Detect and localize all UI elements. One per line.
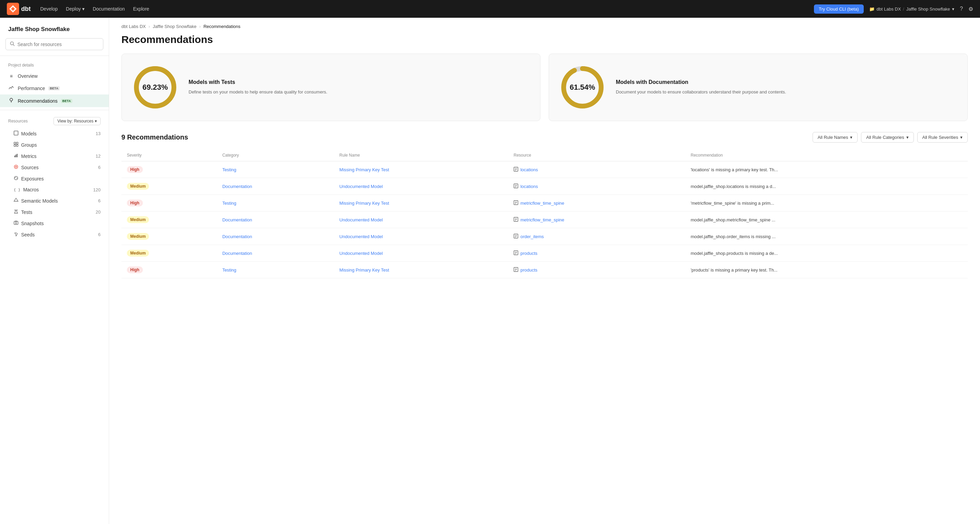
cell-severity-3: Medium [121,212,217,228]
rule-name-link-4[interactable]: Undocumented Model [339,234,383,239]
sidebar-item-overview[interactable]: ≡ Overview [0,70,109,82]
models-docs-donut: 61.54% [558,64,606,111]
search-icon [10,41,15,47]
resource-item-semantic-models[interactable]: Semantic Models 6 [0,195,109,206]
cell-rec-4: model.jaffle_shop.order_items is missing… [686,228,968,245]
resource-item-tests[interactable]: Tests 20 [0,206,109,218]
rule-name-link-6[interactable]: Missing Primary Key Test [339,268,389,272]
resource-link-3[interactable]: metricflow_time_spine [520,217,564,223]
category-link-4[interactable]: Documentation [222,234,252,239]
resource-item-macros[interactable]: { } Macros 120 [0,184,109,195]
category-link-6[interactable]: Testing [222,268,236,272]
severity-badge-2: High [127,199,143,206]
col-severity: Severity [121,150,217,161]
cell-rule-name-6: Missing Primary Key Test [334,262,508,279]
breadcrumb-sep-2: › [199,24,200,29]
workspace-selector[interactable]: 📁 dbt Labs DX / Jaffle Shop Snowflake ▾ [869,6,955,11]
resource-item-sources[interactable]: Sources 6 [0,162,109,173]
cell-rec-6: 'products' is missing a primary key test… [686,262,968,279]
try-cloud-button[interactable]: Try Cloud CLI (beta) [814,5,863,14]
category-link-1[interactable]: Documentation [222,184,252,189]
view-by-button[interactable]: View by: Resources ▾ [54,117,100,125]
recommendations-beta-badge: BETA [61,99,72,103]
filter-rule-names[interactable]: All Rule Names ▾ [813,132,858,143]
sidebar-title: Jaffle Shop Snowflake [0,26,109,38]
breadcrumb-jaffle-shop[interactable]: Jaffle Shop Snowflake [153,24,196,29]
search-box[interactable] [5,38,103,50]
cell-severity-0: High [121,161,217,178]
layout: Jaffle Shop Snowflake Project details ≡ … [0,18,980,524]
models-tests-donut: 69.23% [131,64,179,111]
sidebar: Jaffle Shop Snowflake Project details ≡ … [0,18,109,524]
svg-point-14 [15,166,17,167]
sources-icon [14,164,18,170]
settings-icon[interactable]: ⚙ [969,6,973,12]
chevron-down-icon: ▾ [906,135,909,140]
resource-link-2[interactable]: metricflow_time_spine [520,201,564,206]
severity-badge-4: Medium [127,233,149,240]
nav-deploy[interactable]: Deploy ▾ [66,6,84,11]
svg-point-3 [10,98,13,101]
models-tests-title: Models with Tests [189,79,531,85]
sidebar-item-recommendations[interactable]: Recommendations BETA [0,94,109,107]
resource-link-0[interactable]: locations [520,167,538,172]
resource-link-5[interactable]: products [520,251,538,256]
resource-link-6[interactable]: products [520,268,538,272]
cell-category-3: Documentation [217,212,334,228]
category-link-0[interactable]: Testing [222,167,236,172]
resource-icon-1 [514,183,518,190]
category-link-2[interactable]: Testing [222,201,236,206]
rule-name-link-1[interactable]: Undocumented Model [339,184,383,189]
folder-icon: 📁 [869,6,875,11]
logo[interactable]: dbt [7,3,31,15]
cell-severity-1: Medium [121,178,217,195]
resource-item-groups[interactable]: Groups [0,139,109,150]
groups-icon [14,142,18,148]
rule-name-link-5[interactable]: Undocumented Model [339,251,383,256]
exposures-icon [14,176,18,182]
search-input[interactable] [18,41,99,47]
topnav-links: Develop Deploy ▾ Documentation Explore [40,6,150,11]
sidebar-item-performance[interactable]: Performance BETA [0,82,109,94]
rec-text-3: model.jaffle_shop.metricflow_time_spine … [691,217,775,223]
cards-row: 69.23% Models with Tests Define tests on… [109,54,980,132]
resource-link-1[interactable]: locations [520,184,538,189]
svg-rect-18 [14,221,18,225]
recommendations-tbody: High Testing Missing Primary Key Test lo… [121,161,968,279]
rule-name-link-3[interactable]: Undocumented Model [339,217,383,223]
filter-rule-severities[interactable]: All Rule Severities ▾ [917,132,968,143]
main-content: dbt Labs DX › Jaffle Shop Snowflake › Re… [109,18,980,524]
cell-rule-name-1: Undocumented Model [334,178,508,195]
svg-point-15 [14,176,18,180]
rule-name-link-2[interactable]: Missing Primary Key Test [339,201,389,206]
svg-rect-6 [14,142,16,144]
resource-icon-2 [514,200,518,206]
filter-rule-categories[interactable]: All Rule Categories ▾ [861,132,913,143]
resources-divider [0,110,109,110]
resource-item-exposures[interactable]: Exposures [0,173,109,184]
rule-name-link-0[interactable]: Missing Primary Key Test [339,167,389,172]
cell-resource-6: products [508,262,685,279]
chevron-down-icon: ▾ [850,135,853,140]
rec-text-5: model.jaffle_shop.products is missing a … [691,251,778,256]
nav-documentation[interactable]: Documentation [93,6,125,11]
col-recommendation: Recommendation [686,150,968,161]
cell-resource-1: locations [508,178,685,195]
resource-item-metrics[interactable]: Metrics 12 [0,150,109,162]
nav-explore[interactable]: Explore [133,6,149,11]
resource-item-models[interactable]: Models 13 [0,128,109,139]
models-tests-percent: 69.23% [143,83,168,92]
severity-badge-1: Medium [127,183,149,190]
resource-item-seeds[interactable]: Seeds 6 [0,229,109,240]
help-icon[interactable]: ? [960,6,963,12]
resource-link-4[interactable]: order_items [520,234,544,239]
cell-rec-3: model.jaffle_shop.metricflow_time_spine … [686,212,968,228]
nav-develop[interactable]: Develop [40,6,57,11]
table-row: High Testing Missing Primary Key Test lo… [121,161,968,178]
table-row: Medium Documentation Undocumented Model … [121,245,968,262]
resource-item-snapshots[interactable]: Snapshots [0,218,109,229]
category-link-3[interactable]: Documentation [222,217,252,223]
breadcrumb-dbt-labs[interactable]: dbt Labs DX [121,24,146,29]
table-header-row: Severity Category Rule Name Resource Rec… [121,150,968,161]
category-link-5[interactable]: Documentation [222,251,252,256]
